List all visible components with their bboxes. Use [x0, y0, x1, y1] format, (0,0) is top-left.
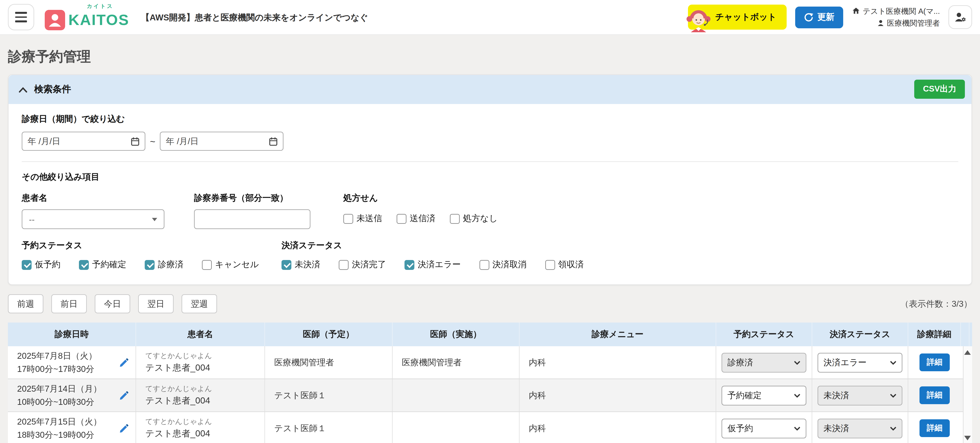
card-number-label: 診察券番号（部分一致）: [194, 192, 310, 204]
scroll-down-icon[interactable]: [964, 436, 971, 440]
date-nav-toolbar: 前週 前日 今日 翌日 翌週 （表示件数：3/3）: [8, 294, 972, 313]
checkbox-reservation-3[interactable]: キャンセル: [202, 259, 259, 271]
chatbot-avatar-icon: [683, 2, 713, 32]
checkbox-icon: [343, 214, 353, 223]
chevron-down-icon: [794, 426, 800, 430]
page-title: 診療予約管理: [8, 48, 972, 66]
checkbox-payment-1[interactable]: 決済完了: [339, 259, 386, 271]
checkbox-reservation-0[interactable]: 仮予約: [22, 259, 60, 271]
chevron-down-icon: [794, 360, 800, 365]
checkbox-icon: [22, 260, 32, 270]
cell-menu: 内科: [520, 379, 716, 411]
checkbox-prescription-1[interactable]: 送信済: [397, 213, 436, 225]
app-root: カイトス KAITOS 【AWS開発】患者と医療機関の未来をオンラインでつなぐ: [0, 0, 980, 443]
reservation-status-select[interactable]: 予約確定: [722, 386, 807, 405]
next-day-button[interactable]: 翌日: [138, 294, 173, 313]
patient-name: テスト患者_004: [145, 362, 264, 374]
patient-kana: てすとかんじゃよん: [145, 384, 264, 394]
prescription-field: 処方せん 未送信 送信済 処方なし: [343, 192, 512, 228]
cell-doctor-actual: [393, 412, 520, 443]
checkbox-icon: [339, 260, 348, 270]
reservation-status-select[interactable]: 診療済: [722, 352, 807, 372]
edit-icon[interactable]: [119, 423, 129, 433]
detail-button[interactable]: 詳細: [920, 386, 950, 404]
column-header-datetime: 診療日時: [8, 322, 136, 346]
account-settings-button[interactable]: [948, 5, 972, 29]
checkbox-reservation-2[interactable]: 診療済: [145, 259, 183, 271]
caret-down-icon: [152, 218, 157, 221]
date-to-input[interactable]: 年 /月/日: [160, 132, 284, 151]
checkbox-icon: [545, 260, 555, 270]
checkbox-icon: [397, 214, 406, 223]
detail-button[interactable]: 詳細: [920, 419, 950, 437]
today-button[interactable]: 今日: [95, 294, 130, 313]
cell-patient: てすとかんじゃよん テスト患者_004: [136, 412, 265, 443]
menu-button[interactable]: [8, 4, 34, 30]
checkbox-payment-4[interactable]: 領収済: [545, 259, 584, 271]
brand-person-icon: [45, 10, 65, 30]
refresh-icon: [803, 12, 813, 22]
calendar-icon: [269, 137, 278, 146]
brand-logo[interactable]: カイトス KAITOS: [45, 5, 129, 30]
edit-icon[interactable]: [119, 357, 129, 367]
checkbox-prescription-0[interactable]: 未送信: [343, 213, 382, 225]
column-header-doctor-actual: 医師（実施）: [393, 322, 520, 346]
app-header: カイトス KAITOS 【AWS開発】患者と医療機関の未来をオンラインでつなぐ: [0, 0, 980, 35]
checkbox-icon: [282, 260, 291, 270]
prev-week-button[interactable]: 前週: [8, 294, 43, 313]
edit-icon[interactable]: [119, 390, 129, 400]
payment-status-select[interactable]: 未決済: [818, 386, 902, 405]
prev-day-button[interactable]: 前日: [51, 294, 87, 313]
cell-menu: 内科: [520, 412, 716, 443]
csv-export-button[interactable]: CSV出力: [915, 80, 965, 99]
patient-name: テスト患者_004: [145, 428, 264, 440]
checkbox-payment-2[interactable]: 決済エラー: [404, 259, 461, 271]
table-scrollbar[interactable]: [963, 346, 972, 443]
brand-kana: カイトス: [87, 2, 114, 10]
date-from-input[interactable]: 年 /月/日: [22, 132, 145, 151]
date-range-label: 診療日（期間）で絞り込む: [22, 113, 958, 125]
detail-button[interactable]: 詳細: [920, 354, 950, 371]
patient-name-select[interactable]: --: [22, 209, 164, 229]
payment-status-label: 決済ステータス: [282, 240, 602, 252]
refresh-label: 更新: [817, 11, 834, 23]
patient-name: テスト患者_004: [145, 395, 264, 407]
cell-doctor-actual: [393, 379, 520, 411]
reservation-status-select[interactable]: 仮予約: [722, 418, 807, 438]
payment-status-field: 決済ステータス 未決済 決済完了 決済エラー: [282, 240, 602, 272]
cell-datetime: 2025年7月8日（火） 17時00分~17時30分: [8, 346, 136, 379]
calendar-icon: [131, 137, 140, 146]
checkbox-icon: [202, 260, 212, 270]
checkbox-reservation-1[interactable]: 予約確定: [79, 259, 126, 271]
checkbox-prescription-2[interactable]: 処方なし: [450, 213, 498, 225]
cell-datetime: 2025年7月14日（月） 10時00分~10時30分: [8, 379, 136, 411]
next-week-button[interactable]: 翌週: [181, 294, 217, 313]
checkbox-payment-0[interactable]: 未決済: [282, 259, 320, 271]
cell-doctor-actual: 医療機関管理者: [393, 346, 520, 379]
payment-status-select[interactable]: 決済エラー: [818, 352, 902, 372]
cell-doctor-planned: 医療機関管理者: [265, 346, 393, 379]
chatbot-button[interactable]: チャットボット: [688, 5, 786, 30]
search-panel-title: 検索条件: [34, 84, 71, 96]
cell-menu: 内科: [520, 346, 716, 379]
cell-datetime: 2025年7月15日（火） 18時30分~19時00分: [8, 412, 136, 443]
scroll-up-icon[interactable]: [964, 350, 971, 355]
column-header-reservation-status: 予約ステータス: [716, 322, 812, 346]
checkbox-icon: [404, 260, 414, 270]
search-panel-header[interactable]: 検索条件 CSV出力: [8, 75, 972, 104]
other-filters-label: その他絞り込み項目: [22, 171, 958, 183]
patient-name-label: 患者名: [22, 192, 164, 204]
checkbox-icon: [145, 260, 154, 270]
table-header: 診療日時 患者名 医師（予定） 医師（実施） 診療メニュー 予約ステータス 決済…: [8, 322, 972, 346]
payment-status-select[interactable]: 未決済: [818, 418, 902, 438]
chevron-down-icon: [890, 426, 896, 430]
collapse-chevron-icon: [18, 87, 28, 92]
patient-name-field: 患者名 --: [22, 192, 164, 229]
card-number-input[interactable]: [194, 209, 310, 229]
checkbox-payment-3[interactable]: 決済取消: [479, 259, 527, 271]
chatbot-label: チャットボット: [715, 11, 776, 23]
role-name: 医療機関管理者: [887, 17, 940, 29]
card-number-field: 診察券番号（部分一致）: [194, 192, 310, 229]
refresh-button[interactable]: 更新: [795, 6, 843, 28]
column-header-menu: 診療メニュー: [520, 322, 716, 346]
